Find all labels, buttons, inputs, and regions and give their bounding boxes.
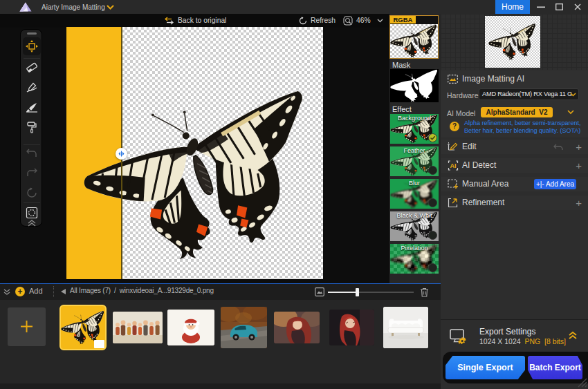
svg-text:AI: AI <box>450 162 457 169</box>
